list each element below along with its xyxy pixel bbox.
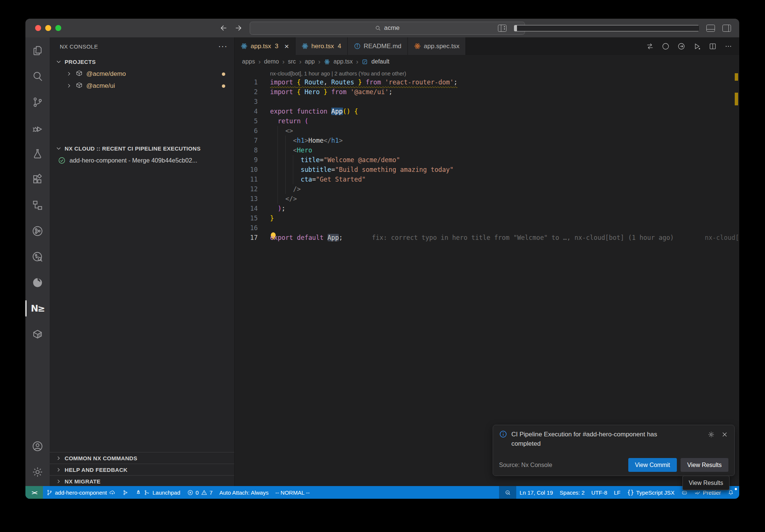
command-center-search[interactable]: acme [250,22,525,35]
pipeline-execution-item[interactable]: add-hero-component - Merge 409b44e5cb02.… [50,154,234,166]
references-icon[interactable] [25,198,50,213]
problems-item[interactable]: 0 7 [184,486,216,499]
chevron-right-icon [56,455,62,461]
indentation-item[interactable]: Spaces: 2 [556,486,588,499]
run-and-debug-icon[interactable] [25,121,50,135]
run-file-icon[interactable] [677,42,685,50]
git-branch-icon [46,489,53,496]
screenshot-stage: acme [0,0,765,532]
close-tab-icon[interactable]: × [284,44,289,49]
minimize-window-button[interactable] [45,25,51,31]
source-control-graph-item[interactable] [119,486,132,499]
breadcrumb-item[interactable]: default [371,58,389,65]
breadcrumb-item[interactable]: apps [242,58,255,65]
explorer-icon[interactable] [25,43,50,58]
breadcrumb-item[interactable]: app.tsx [334,58,353,65]
tab-app-tsx[interactable]: app.tsx 3 × [235,37,295,55]
launchpad-item[interactable]: Launchpad [132,486,183,499]
search-icon [375,25,381,31]
split-editor-icon[interactable] [709,42,717,50]
containers-icon[interactable] [25,327,50,341]
more-actions-icon[interactable] [724,42,733,50]
react-icon [301,43,309,50]
chevron-right-icon [66,83,72,89]
breadcrumb-item[interactable]: src [288,58,296,65]
git-blame-codelens[interactable]: nx-cloud[bot], 1 hour ago | 2 authors (Y… [270,71,739,77]
section-common-nx-commands[interactable]: COMMON NX COMMANDS [50,452,234,464]
vim-mode-item[interactable]: -- NORMAL -- [272,486,313,499]
bell-icon [728,489,734,496]
branch-status-item[interactable]: add-hero-component [43,486,119,499]
extensions-icon[interactable] [25,172,50,187]
customize-layout-icon[interactable] [498,25,507,32]
testing-icon[interactable] [25,146,50,161]
check-circle-icon [58,157,66,164]
toggle-primary-sidebar-icon[interactable] [514,25,699,31]
cursor-position-item[interactable]: Ln 17, Col 19 [516,486,556,499]
line-number: 1 [235,77,270,87]
line-number: 9 [235,155,270,165]
settings-gear-icon[interactable] [25,465,50,479]
view-commit-button[interactable]: View Commit [628,458,677,472]
tab-readme-md[interactable]: README.md [348,37,408,55]
breadcrumb-item[interactable]: app [305,58,315,65]
code-line-14: 14 ); [235,204,739,213]
notification-settings-gear-icon[interactable] [707,431,715,438]
edge-browser-icon[interactable] [25,275,50,290]
breadcrumb-item[interactable]: demo [264,58,279,65]
react-icon [241,43,248,50]
line-number: 17 [235,233,270,242]
maximize-window-button[interactable] [55,25,61,31]
open-changes-icon[interactable] [646,42,654,50]
language-mode-item[interactable]: {} TypeScript JSX [624,486,678,499]
toggle-secondary-sidebar-icon[interactable] [722,25,731,32]
auto-attach-item[interactable]: Auto Attach: Always [216,486,272,499]
tab-hero-tsx[interactable]: hero.tsx 4 [295,37,348,55]
notification-message: CI Pipeline Execution for #add-hero-comp… [511,430,685,448]
encoding-item[interactable]: UTF-8 [588,486,611,499]
errors-icon [187,489,193,496]
overview-ruler-warning-mark [735,93,738,105]
zoom-out-item[interactable] [499,486,516,499]
remote-indicator[interactable]: >< [25,486,43,499]
warning-count: 7 [210,489,213,496]
code-line-16: 16 [235,223,739,233]
close-notification-icon[interactable] [721,431,728,438]
project-item-acme-demo[interactable]: @acme/demo [50,68,234,80]
tab-app-spec-tsx[interactable]: app.spec.tsx [408,37,466,55]
close-window-button[interactable] [35,25,41,31]
view-results-button[interactable]: View Results [681,458,728,472]
project-item-acme-ui[interactable]: @acme/ui [50,80,234,92]
eol-item[interactable]: LF [611,486,624,499]
back-icon[interactable] [218,23,228,33]
forward-icon[interactable] [234,23,244,33]
chevron-right-icon [56,467,62,473]
nx-cloud-graph-icon[interactable] [25,250,50,264]
search-icon[interactable] [25,69,50,84]
editor-actions [646,37,739,55]
code-line-3: 3 [235,97,739,106]
section-help-and-feedback[interactable]: HELP AND FEEDBACK [50,464,234,476]
projects-section-header[interactable]: PROJECTS [50,55,234,68]
sidebar-nx-console: NX CONSOLE ··· PROJECTS @acme/demo @ac [50,37,235,486]
run-all-icon[interactable] [693,42,701,50]
sidebar-more-actions-icon[interactable]: ··· [218,44,227,48]
source-control-icon[interactable] [25,95,50,109]
run-status-icon[interactable] [662,42,670,50]
nx-cloud-section-header[interactable]: NX CLOUD :: RECENT CI PIPELINE EXECUTION… [50,142,234,154]
git-graph-icon [122,489,128,496]
line-number: 10 [235,165,270,174]
code-line-10: 10 subtitle="Build something amazing tod… [235,165,739,174]
account-icon[interactable] [25,439,50,454]
blame-ghost-text: nx-cloud[b [705,233,739,242]
code-editor[interactable]: nx-cloud[bot], 1 hour ago | 2 authors (Y… [235,68,739,486]
modified-dot [222,72,225,76]
activity-bar: N≥ [25,37,50,486]
line-number: 6 [235,126,270,136]
toggle-panel-icon[interactable] [706,25,715,32]
nx-project-graph-icon[interactable] [25,224,50,238]
nx-console-icon[interactable]: N≥ [25,301,50,316]
section-nx-migrate[interactable]: NX MIGRATE [50,475,234,487]
search-value: acme [384,24,400,32]
titlebar: acme [25,19,739,37]
